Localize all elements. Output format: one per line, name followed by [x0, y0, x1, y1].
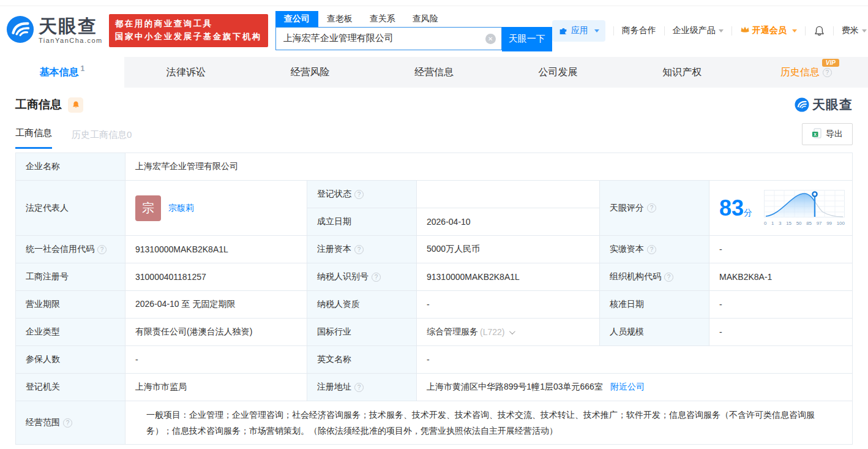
- establish-date-value: 2026-04-10: [417, 208, 599, 235]
- main-content: 工商信息 天眼查 工商信息 历史工商信息0: [0, 88, 868, 445]
- logo-text: 天眼查: [39, 17, 103, 36]
- reg-status-value: [417, 181, 599, 208]
- puzzle-icon: [558, 25, 568, 37]
- divider: [613, 26, 614, 36]
- field-label: 企业名称: [16, 153, 125, 180]
- divider: [731, 26, 732, 36]
- tianyan-score-value[interactable]: 83分: [709, 181, 852, 235]
- search-tab-relation[interactable]: 查关系: [361, 11, 404, 27]
- field-label: 成立日期: [307, 208, 416, 235]
- score-number: 83: [719, 195, 744, 221]
- help-icon[interactable]: ?: [664, 273, 673, 282]
- tab-legal-proceedings[interactable]: 法律诉讼: [124, 57, 249, 88]
- help-icon[interactable]: ?: [354, 383, 364, 392]
- business-term-value: 2026-04-10 至 无固定期限: [125, 291, 307, 318]
- field-label: 法定代表人: [16, 181, 125, 235]
- watermark-logo-icon: [795, 97, 809, 112]
- vip-badge: VIP: [822, 59, 839, 67]
- reg-capital-value: 5000万人民币: [417, 236, 599, 263]
- subscribe-bell-button[interactable]: [68, 97, 83, 113]
- field-label: 企业类型: [16, 319, 125, 345]
- tab-history-info[interactable]: VIP 历史信息 ?: [744, 57, 868, 88]
- org-code-value: MAKB2K8A-1: [709, 263, 852, 290]
- company-name-value: 上海宏芊企业管理有限公司: [125, 153, 852, 180]
- chevron-down-icon: [862, 29, 867, 32]
- reg-address-value: 上海市黄浦区中华路899号1幢1层03单元666室 附近公司: [417, 374, 852, 401]
- score-axis-ticks: 01 315 5085 9799 100: [764, 221, 845, 226]
- nearby-companies-link[interactable]: 附近公司: [610, 382, 645, 393]
- help-icon[interactable]: ?: [647, 203, 656, 213]
- field-label: 经营范围 ?: [16, 401, 125, 444]
- field-label: 营业期限: [16, 291, 125, 318]
- taxpayer-qualification-value: -: [417, 291, 599, 318]
- search-tab-company[interactable]: 查公司: [275, 11, 318, 27]
- company-nav-tabs: 基本信息 1 法律诉讼 经营风险 经营信息 公司发展 知识产权 VIP 历史信息…: [0, 57, 868, 88]
- help-icon[interactable]: ?: [63, 418, 72, 428]
- help-icon[interactable]: ?: [354, 190, 364, 199]
- crown-icon: [740, 25, 750, 36]
- credit-code-value: 91310000MAKB2K8A1L: [125, 236, 307, 263]
- legal-rep-avatar[interactable]: 宗: [135, 195, 161, 221]
- help-icon[interactable]: ?: [647, 245, 656, 254]
- business-coop-link[interactable]: 商务合作: [622, 25, 656, 36]
- field-label: 登记机关: [16, 374, 125, 401]
- help-icon[interactable]: ?: [823, 68, 832, 77]
- field-label: 人员规模: [600, 319, 709, 345]
- clear-search-icon[interactable]: ✕: [485, 34, 496, 44]
- subtab-business-info[interactable]: 工商信息: [15, 127, 52, 149]
- watermark-text: 天眼查: [812, 96, 853, 113]
- search-input[interactable]: [275, 27, 502, 50]
- business-info-subtabs: 工商信息 历史工商信息0 X 导出: [15, 123, 853, 149]
- divider: [833, 26, 834, 36]
- chevron-down-icon: [594, 29, 599, 32]
- legal-rep-link[interactable]: 宗馥莉: [168, 203, 194, 214]
- insured-count-value: -: [125, 346, 307, 373]
- chevron-down-icon[interactable]: [509, 328, 515, 334]
- reg-authority-value: 上海市市监局: [125, 374, 307, 401]
- field-label: 英文名称: [307, 346, 416, 373]
- search-tab-boss[interactable]: 查老板: [318, 11, 361, 27]
- divider: [664, 26, 665, 36]
- industry-code: (L722): [480, 327, 504, 337]
- reg-number-value: 310000401181257: [125, 263, 307, 290]
- user-menu[interactable]: 费米: [842, 25, 867, 36]
- score-unit: 分: [744, 208, 752, 217]
- export-button[interactable]: X 导出: [802, 123, 853, 145]
- tab-basic-info[interactable]: 基本信息 1: [0, 57, 124, 88]
- staff-size-value: -: [709, 319, 852, 345]
- slogan-line1: 都在用的商业查询工具: [115, 18, 262, 31]
- tab-operating-risk[interactable]: 经营风险: [248, 57, 372, 88]
- business-scope-value: 一般项目：企业管理；企业管理咨询；社会经济咨询服务；技术服务、技术开发、技术咨询…: [125, 401, 852, 444]
- tianyancha-logo[interactable]: 天眼查 TianYanCha.com: [6, 15, 103, 46]
- slogan-line2: 国家中小企业发展子基金旗下机构: [115, 31, 262, 43]
- score-curve-chart: 01 315 5085 9799 100: [764, 190, 846, 226]
- tianyancha-logo-icon: [6, 15, 34, 46]
- help-icon[interactable]: ?: [354, 245, 364, 254]
- field-label: 注册资本 ?: [307, 236, 416, 263]
- export-label: 导出: [826, 129, 843, 140]
- field-label: 组织机构代码 ?: [600, 263, 709, 290]
- field-label: 登记状态 ?: [307, 181, 416, 208]
- open-vip-menu[interactable]: 开通会员: [740, 25, 797, 36]
- taxpayer-id-value: 91310000MAKB2K8A1L: [417, 263, 599, 290]
- username: 费米: [842, 25, 859, 36]
- field-label: 参保人数: [16, 346, 125, 373]
- tab-basic-count: 1: [80, 64, 84, 73]
- notification-bell-button[interactable]: [814, 25, 825, 37]
- enterprise-products-menu[interactable]: 企业级产品: [673, 25, 724, 36]
- tab-company-development[interactable]: 公司发展: [496, 57, 620, 88]
- search-button[interactable]: 天眼一下: [502, 27, 552, 51]
- apps-menu[interactable]: 应用: [552, 20, 605, 42]
- tab-operating-info[interactable]: 经营信息: [372, 57, 496, 88]
- field-label: 统一社会信用代码 ?: [16, 236, 125, 263]
- tab-intellectual-property[interactable]: 知识产权: [620, 57, 744, 88]
- section-title: 工商信息: [15, 97, 62, 113]
- field-label: 天眼评分 ?: [600, 181, 709, 235]
- help-icon[interactable]: ?: [372, 273, 381, 282]
- logo-domain: TianYanCha.com: [39, 37, 103, 44]
- search-tab-risk[interactable]: 查风险: [404, 11, 447, 27]
- help-icon[interactable]: ?: [97, 245, 107, 254]
- subtab-history-business-info[interactable]: 历史工商信息0: [72, 129, 132, 149]
- site-header: 天眼查 TianYanCha.com 都在用的商业查询工具 国家中小企业发展子基…: [0, 6, 868, 55]
- search-tabs: 查公司 查老板 查关系 查风险: [275, 10, 552, 27]
